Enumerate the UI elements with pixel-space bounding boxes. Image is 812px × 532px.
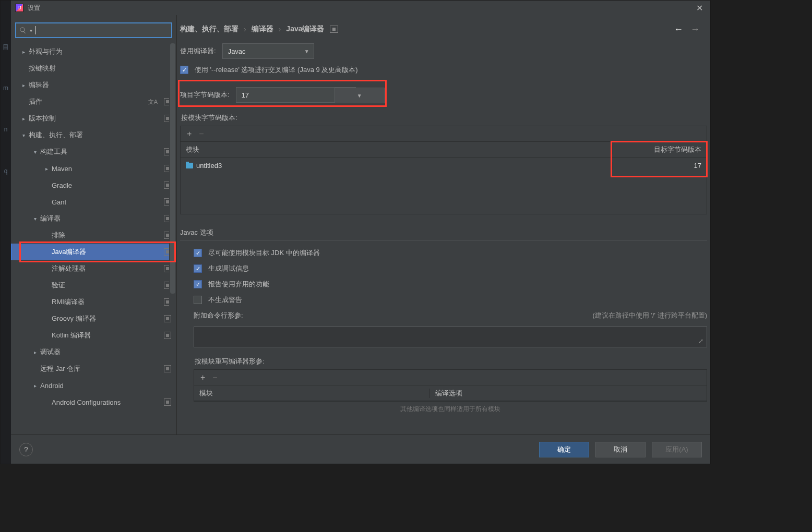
- scope-badge-icon: [164, 398, 171, 406]
- javac-options-title: Javac 选项: [180, 228, 707, 241]
- scrollbar[interactable]: [169, 43, 176, 309]
- settings-tree[interactable]: ▸外观与行为按键映射▸编辑器插件文A▸版本控制▾构建、执行、部署▾构建工具▸Ma…: [11, 43, 176, 434]
- no-warnings-checkbox[interactable]: [194, 296, 202, 304]
- additional-params-input[interactable]: ⤢: [194, 327, 707, 347]
- chevron-down-icon: ▾: [30, 28, 32, 33]
- search-icon: [19, 27, 27, 34]
- use-module-jdk-checkbox[interactable]: ✓: [194, 249, 202, 257]
- sidebar-item-label: 按键映射: [29, 64, 171, 73]
- sidebar-item-label: Groovy 编译器: [52, 314, 161, 323]
- sidebar-item[interactable]: Gant: [11, 194, 176, 210]
- ok-button[interactable]: 确定: [539, 442, 589, 457]
- cancel-button[interactable]: 取消: [595, 442, 646, 457]
- window-title: 设置: [28, 4, 40, 13]
- settings-search[interactable]: ▾: [15, 22, 172, 38]
- search-input[interactable]: [39, 27, 168, 34]
- scope-badge-icon: [164, 332, 171, 339]
- bottom-hint: 其他编译选项也同样适用于所有模块: [194, 405, 707, 414]
- sidebar-item[interactable]: ▸Android: [11, 377, 176, 394]
- chevron-down-icon[interactable]: ▼: [335, 88, 385, 103]
- help-button[interactable]: ?: [19, 443, 33, 456]
- sidebar-item-label: Gant: [52, 198, 161, 206]
- sidebar-item[interactable]: ▸版本控制: [11, 110, 176, 127]
- per-module-bytecode-table: + − 模块 目标字节码版本 untitled3 17: [180, 126, 707, 214]
- sidebar-item-label: 构建、执行、部署: [29, 130, 171, 140]
- sidebar-item[interactable]: Groovy 编译器: [11, 310, 176, 327]
- sidebar-item[interactable]: 插件文A: [11, 93, 176, 110]
- chevron-right-icon: ▸: [30, 349, 40, 355]
- app-icon: IJ: [15, 4, 23, 12]
- chevron-right-icon: ▸: [30, 383, 40, 389]
- additional-params-hint: (建议在路径中使用 '/' 进行跨平台配置): [593, 311, 707, 320]
- sidebar-item[interactable]: 远程 Jar 仓库: [11, 360, 176, 377]
- sidebar-item-label: Android Configurations: [52, 398, 161, 406]
- sidebar-item[interactable]: ▸调试器: [11, 344, 176, 360]
- sidebar-item[interactable]: 验证: [11, 277, 176, 294]
- project-bytecode-input[interactable]: [236, 88, 335, 102]
- sidebar-item[interactable]: ▾构建、执行、部署: [11, 127, 176, 143]
- sidebar-item[interactable]: ▾编译器: [11, 210, 176, 227]
- sidebar-item[interactable]: ▾构建工具: [11, 143, 176, 160]
- sidebar-item-label: 外观与行为: [29, 47, 171, 56]
- chevron-right-icon: ▸: [18, 82, 29, 88]
- scope-badge-icon: [164, 315, 171, 322]
- remove-icon[interactable]: −: [199, 129, 204, 139]
- table-row[interactable]: untitled3 17: [181, 158, 707, 173]
- deprecation-checkbox[interactable]: ✓: [194, 280, 202, 288]
- sidebar-item-label: Maven: [52, 165, 161, 173]
- sidebar-item-label: 远程 Jar 仓库: [40, 364, 161, 373]
- sidebar-item[interactable]: 注解处理器: [11, 260, 176, 277]
- text-caret: [35, 26, 36, 34]
- apply-button[interactable]: 应用(A): [652, 442, 702, 457]
- override-compiler-params-label: 按模块重写编译器形参:: [195, 357, 707, 366]
- sidebar-item[interactable]: Java编译器: [11, 244, 176, 260]
- sidebar-item[interactable]: 按键映射: [11, 60, 176, 77]
- nav-back-icon[interactable]: ←: [674, 24, 683, 35]
- sidebar-item-label: 版本控制: [29, 114, 161, 123]
- remove-icon[interactable]: −: [212, 373, 217, 382]
- use-compiler-select[interactable]: Javac ▼: [222, 43, 314, 59]
- translate-icon: 文A: [148, 98, 158, 106]
- sidebar-item-label: 调试器: [40, 347, 171, 357]
- release-checkbox-label: 使用 '--release' 选项进行交叉编译 (Java 9 及更高版本): [195, 65, 358, 75]
- chevron-right-icon: ▸: [18, 116, 29, 122]
- chevron-down-icon: ▼: [304, 49, 309, 54]
- sidebar-item-label: Java编译器: [52, 247, 161, 257]
- project-bytecode-label: 项目字节码版本:: [180, 90, 230, 100]
- sidebar-item[interactable]: Kotlin 编译器: [11, 327, 176, 344]
- add-icon[interactable]: +: [187, 129, 192, 139]
- sidebar-item[interactable]: Gradle: [11, 177, 176, 194]
- sidebar-item-label: 构建工具: [40, 147, 161, 156]
- chevron-right-icon: ▸: [18, 49, 29, 55]
- sidebar-item[interactable]: ▸外观与行为: [11, 43, 176, 60]
- use-compiler-label: 使用编译器:: [180, 46, 216, 56]
- sidebar-item[interactable]: RMI编译器: [11, 294, 176, 310]
- sidebar-item[interactable]: ▸Maven: [11, 160, 176, 177]
- module-icon: [186, 163, 193, 168]
- titlebar: IJ 设置 ✕: [11, 1, 710, 15]
- table-header-version: 目标字节码版本: [613, 145, 707, 154]
- close-icon[interactable]: ✕: [693, 3, 706, 13]
- nav-forward-icon[interactable]: →: [690, 24, 700, 35]
- sidebar-item-label: 注解处理器: [52, 264, 161, 273]
- sidebar-item[interactable]: ▸编辑器: [11, 77, 176, 93]
- sidebar-item-label: Android: [40, 382, 171, 390]
- ide-tool-stripe: 目 m n q: [1, 1, 11, 464]
- add-icon[interactable]: +: [200, 373, 205, 382]
- sidebar-item[interactable]: 排除: [11, 227, 176, 244]
- chevron-down-icon: ▾: [30, 149, 40, 155]
- sidebar-item-label: RMI编译器: [52, 297, 161, 307]
- sidebar-item-label: 验证: [52, 281, 161, 290]
- project-bytecode-combobox[interactable]: ▼: [236, 87, 356, 103]
- sidebar-item-label: 排除: [52, 231, 161, 240]
- breadcrumb: 构建、执行、部署› 编译器› Java编译器: [180, 25, 338, 34]
- chevron-right-icon: ▸: [41, 166, 52, 172]
- chevron-down-icon: ▾: [30, 216, 40, 222]
- sidebar-item-label: Gradle: [52, 182, 161, 189]
- sidebar-item[interactable]: Android Configurations: [11, 394, 176, 410]
- expand-icon[interactable]: ⤢: [698, 337, 703, 345]
- chevron-down-icon: ▾: [18, 132, 29, 138]
- release-checkbox[interactable]: ✓: [180, 66, 188, 74]
- debug-info-checkbox[interactable]: ✓: [194, 264, 202, 273]
- sidebar-item-label: 编译器: [40, 214, 161, 223]
